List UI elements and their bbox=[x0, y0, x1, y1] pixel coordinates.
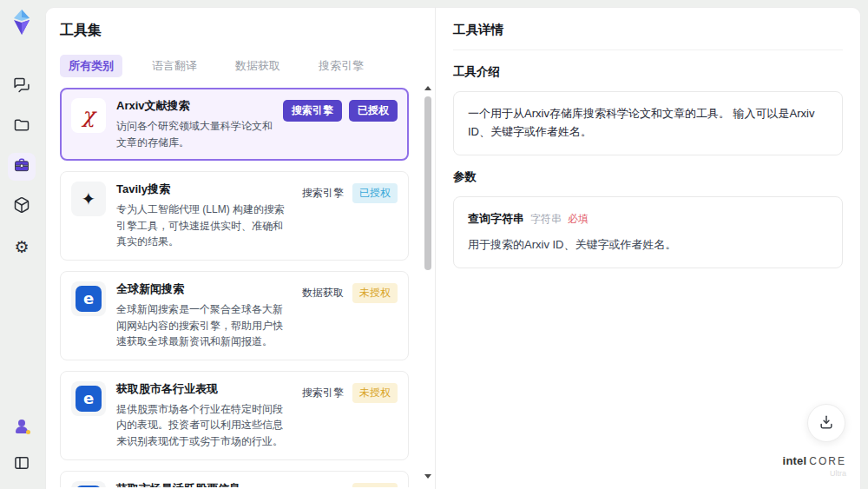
category-tag: 搜索引擎 bbox=[300, 483, 345, 487]
blueapp-icon: e bbox=[71, 481, 106, 487]
category-tab-2[interactable]: 数据获取 bbox=[227, 55, 289, 77]
details-title: 工具详情 bbox=[453, 22, 843, 50]
app-logo[interactable] bbox=[9, 9, 35, 36]
category-tag: 数据获取 bbox=[300, 283, 345, 303]
sidebar-item-settings[interactable]: ⚙ bbox=[8, 233, 36, 261]
collapse-panel-button[interactable] bbox=[8, 451, 36, 479]
tool-tags: 搜索引擎未授权 bbox=[300, 481, 398, 487]
chat-icon bbox=[13, 76, 30, 97]
tool-description: 专为人工智能代理 (LLM) 构建的搜索引擎工具，可快速提供实时、准确和真实的结… bbox=[116, 202, 290, 250]
tool-card-1[interactable]: ✦Tavily搜索专为人工智能代理 (LLM) 构建的搜索引擎工具，可快速提供实… bbox=[60, 171, 409, 261]
tool-tags: 搜索引擎未授权 bbox=[300, 381, 398, 450]
panel-toggle-icon bbox=[13, 454, 30, 475]
blueapp-icon: e bbox=[71, 281, 106, 316]
category-tag: 搜索引擎 bbox=[300, 383, 345, 403]
status-badge: 已授权 bbox=[349, 100, 398, 122]
params-heading: 参数 bbox=[453, 169, 843, 185]
category-tab-0[interactable]: 所有类别 bbox=[60, 55, 122, 77]
param-type: 字符串 bbox=[530, 213, 562, 225]
tool-card-0[interactable]: χArxiv文献搜索访问各个研究领域大量科学论文和文章的存储库。搜索引擎已授权 bbox=[60, 88, 409, 161]
tool-description: 提供股票市场各个行业在特定时间段内的表现。投资者可以利用这些信息来识别表现优于或… bbox=[116, 401, 290, 450]
tool-tags: 数据获取未授权 bbox=[300, 281, 398, 350]
intro-heading: 工具介绍 bbox=[453, 64, 843, 80]
scroll-down-arrow[interactable] bbox=[424, 474, 431, 479]
tool-name: Tavily搜索 bbox=[116, 182, 290, 197]
scroll-up-arrow[interactable] bbox=[424, 86, 431, 90]
tool-name: 获取市场最活跃股票信息 bbox=[116, 481, 290, 487]
toolbox-icon bbox=[13, 156, 30, 177]
category-tab-3[interactable]: 搜索引擎 bbox=[310, 55, 372, 77]
param-name: 查询字符串 bbox=[468, 212, 524, 225]
tool-name: 获取股市各行业表现 bbox=[116, 381, 290, 397]
download-button[interactable] bbox=[807, 404, 845, 442]
status-badge: 未授权 bbox=[352, 283, 398, 303]
param-description: 用于搜索的Arxiv ID、关键字或作者姓名。 bbox=[468, 236, 828, 254]
ultra-wordmark: Ultra bbox=[783, 469, 846, 479]
core-wordmark: CORE bbox=[809, 455, 846, 467]
param-header: 查询字符串字符串必填 bbox=[468, 210, 828, 228]
param-box: 查询字符串字符串必填 用于搜索的Arxiv ID、关键字或作者姓名。 bbox=[453, 196, 843, 269]
sidebar-item-tools[interactable] bbox=[8, 153, 36, 181]
star-icon: ✦ bbox=[71, 182, 106, 216]
sidebar-item-chat[interactable] bbox=[8, 73, 36, 101]
sidebar-bottom bbox=[8, 413, 36, 479]
intel-wordmark: intel bbox=[783, 454, 807, 467]
download-icon bbox=[818, 413, 835, 433]
tool-card-2[interactable]: e全球新闻搜索全球新闻搜索是一个聚合全球各大新闻网站内容的搜索引擎，帮助用户快速… bbox=[60, 271, 409, 360]
tool-card-3[interactable]: e获取股市各行业表现提供股票市场各个行业在特定时间段内的表现。投资者可以利用这些… bbox=[60, 371, 409, 460]
tool-description: 全球新闻搜索是一个聚合全球各大新闻网站内容的搜索引擎，帮助用户快速获取全球最新资… bbox=[116, 301, 290, 350]
blueapp-icon: e bbox=[71, 381, 106, 416]
category-tag: 搜索引擎 bbox=[300, 183, 345, 203]
user-avatar-button[interactable] bbox=[8, 413, 36, 440]
folder-icon bbox=[13, 116, 30, 137]
sidebar-item-packages[interactable] bbox=[8, 193, 36, 221]
arxiv-icon: χ bbox=[71, 98, 106, 133]
status-badge: 未授权 bbox=[352, 483, 398, 487]
status-badge: 已授权 bbox=[352, 183, 398, 203]
intel-core-logo: intelCORE Ultra bbox=[783, 452, 846, 479]
category-tag: 搜索引擎 bbox=[283, 100, 342, 122]
sidebar-nav: ⚙ bbox=[8, 73, 36, 261]
tool-tags: 搜索引擎已授权 bbox=[283, 98, 398, 150]
status-badge: 未授权 bbox=[352, 383, 398, 403]
category-tabs: 所有类别语言翻译数据获取搜索引擎 bbox=[60, 55, 421, 77]
main-content: 工具集 所有类别语言翻译数据获取搜索引擎 χArxiv文献搜索访问各个研究领域大… bbox=[45, 7, 861, 489]
param-required-badge: 必填 bbox=[568, 213, 589, 225]
tool-description: 访问各个研究领域大量科学论文和文章的存储库。 bbox=[116, 118, 273, 150]
tool-name: 全球新闻搜索 bbox=[116, 281, 290, 297]
scrollbar-thumb[interactable] bbox=[424, 96, 431, 270]
intro-box: 一个用于从Arxiv存储库搜索科学论文和文章的工具。 输入可以是Arxiv ID… bbox=[453, 91, 843, 155]
category-tab-1[interactable]: 语言翻译 bbox=[143, 55, 206, 77]
tools-panel: 工具集 所有类别语言翻译数据获取搜索引擎 χArxiv文献搜索访问各个研究领域大… bbox=[46, 8, 435, 489]
sidebar: ⚙ bbox=[0, 0, 43, 489]
page-title: 工具集 bbox=[60, 22, 421, 40]
tool-card-4[interactable]: e获取市场最活跃股票信息提供当天交易量最高的股票列表，投资者可以利用这些信息来识… bbox=[60, 471, 409, 487]
gear-icon: ⚙ bbox=[14, 239, 29, 255]
user-icon bbox=[13, 418, 30, 435]
sidebar-item-files[interactable] bbox=[8, 113, 36, 141]
tool-name: Arxiv文献搜索 bbox=[116, 98, 273, 114]
intro-text: 一个用于从Arxiv存储库搜索科学论文和文章的工具。 输入可以是Arxiv ID… bbox=[468, 107, 814, 138]
list-scrollbar[interactable] bbox=[424, 86, 432, 479]
details-panel: 工具详情 工具介绍 一个用于从Arxiv存储库搜索科学论文和文章的工具。 输入可… bbox=[435, 8, 860, 489]
tool-tags: 搜索引擎已授权 bbox=[300, 182, 398, 250]
package-icon bbox=[13, 196, 30, 217]
tool-list: χArxiv文献搜索访问各个研究领域大量科学论文和文章的存储库。搜索引擎已授权✦… bbox=[60, 88, 421, 487]
